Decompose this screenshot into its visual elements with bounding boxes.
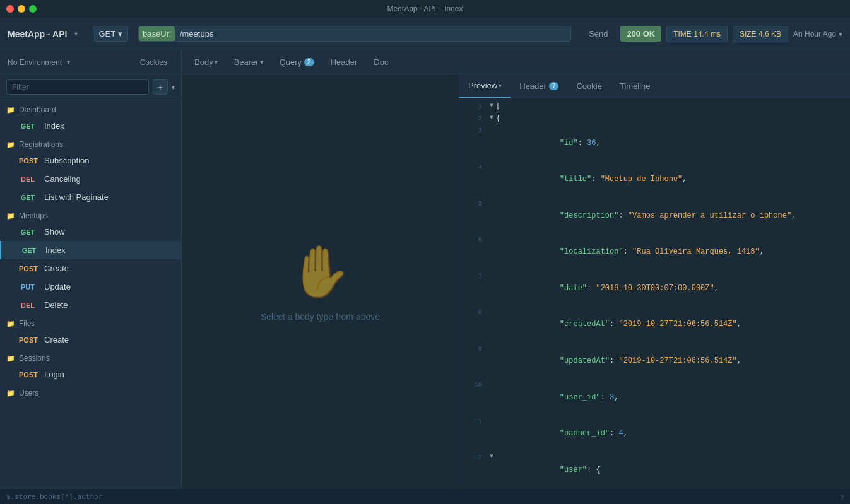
timestamp-arrow: ▾	[839, 30, 842, 38]
sidebar-item-sessions-login[interactable]: POST Login	[0, 365, 181, 384]
tab-doc[interactable]: Doc	[366, 50, 396, 74]
item-name: Index	[45, 245, 66, 255]
response-panel: Preview ▾ Header 7 Cookie Timeline 1 ▼ [	[459, 74, 850, 489]
folder-icon: 📁	[6, 320, 15, 328]
sidebar-item-meetups-delete[interactable]: DEL Delete	[0, 296, 181, 314]
tab-body[interactable]: Body ▾	[187, 50, 225, 74]
tab-bearer[interactable]: Bearer ▾	[227, 50, 271, 74]
response-tab-cookie[interactable]: Cookie	[567, 74, 610, 98]
size-value: 4.6 KB	[759, 30, 781, 38]
line-number: 8	[464, 307, 482, 319]
method-badge-put: PUT	[16, 283, 39, 291]
json-content: "user_id": 3,	[496, 379, 845, 416]
plus-icon: +	[158, 82, 163, 92]
line-number: 5	[464, 198, 482, 210]
add-dropdown-arrow[interactable]: ▾	[172, 84, 175, 91]
json-line: 7 ▼ "date": "2019-10-30T00:07:00.000Z",	[459, 271, 850, 307]
method-badge-post: POST	[16, 264, 39, 273]
item-name: Login	[44, 370, 64, 379]
send-button[interactable]: Send	[581, 25, 615, 42]
minimize-button[interactable]	[18, 5, 25, 13]
line-number: 2	[464, 113, 482, 125]
placeholder-text: Select a body type from above	[261, 312, 380, 322]
url-path[interactable]: /meetups	[175, 26, 570, 41]
sidebar-item-meetups-create[interactable]: POST Create	[0, 259, 181, 278]
size-label: SIZE	[740, 30, 757, 38]
sidebar-item-meetups-update[interactable]: PUT Update	[0, 278, 181, 296]
sidebar-group-dashboard[interactable]: 📁 Dashboard	[0, 100, 181, 117]
sidebar-group-users[interactable]: 📁 Users	[0, 384, 181, 400]
bottom-hint[interactable]: $.store.books[*].author	[6, 493, 102, 501]
tab-body-label: Body	[194, 57, 213, 67]
env-label[interactable]: No Environment	[8, 58, 62, 67]
traffic-lights	[6, 5, 37, 13]
response-tab-preview[interactable]: Preview ▾	[459, 74, 511, 98]
time-badge: TIME 14.4 ms	[666, 26, 728, 42]
json-content: "date": "2019-10-30T00:07:00.000Z",	[496, 271, 845, 307]
json-content: "localization": "Rua Oliveira Marques, 1…	[496, 234, 845, 271]
line-number: 3	[464, 125, 482, 137]
json-line: 10 ▼ "user_id": 3,	[459, 379, 850, 416]
hand-icon: ✋	[289, 242, 352, 302]
item-name: Delete	[44, 300, 68, 310]
window-title: MeetApp - API – Index	[387, 4, 463, 13]
sidebar-group-registrations[interactable]: 📁 Registrations	[0, 135, 181, 151]
sidebar-item-meetups-show[interactable]: GET Show	[0, 223, 181, 241]
method-label: GET	[98, 29, 115, 38]
preview-arrow: ▾	[499, 82, 502, 89]
method-select[interactable]: GET ▾	[93, 26, 128, 42]
tab-bearer-label: Bearer	[234, 57, 259, 67]
line-number: 10	[464, 379, 482, 391]
help-icon[interactable]: ?	[840, 493, 844, 501]
json-content: {	[496, 113, 845, 125]
tab-timeline-label: Timeline	[620, 81, 651, 91]
body-arrow: ▾	[215, 59, 218, 66]
tab-header[interactable]: Header	[323, 50, 365, 74]
sidebar-group-sessions[interactable]: 📁 Sessions	[0, 349, 181, 365]
item-name: Index	[44, 121, 64, 131]
header-badge: 7	[549, 82, 559, 90]
sidebar-item-dashboard-index[interactable]: GET Index	[0, 117, 181, 135]
env-arrow[interactable]: ▾	[67, 59, 70, 66]
sidebar-group-files[interactable]: 📁 Files	[0, 314, 181, 331]
item-name: Subscription	[44, 156, 90, 165]
sidebar-item-files-create[interactable]: POST Create	[0, 331, 181, 349]
method-badge-post: POST	[16, 156, 39, 165]
sidebar-group-meetups[interactable]: 📁 Meetups	[0, 206, 181, 223]
item-name: Canceling	[44, 174, 81, 184]
tab-query[interactable]: Query 2	[272, 50, 322, 74]
toggle-arrow[interactable]: ▼	[490, 113, 493, 123]
line-number: 6	[464, 234, 482, 246]
response-tab-header[interactable]: Header 7	[511, 74, 567, 98]
add-request-button[interactable]: +	[153, 79, 168, 95]
line-number: 11	[464, 416, 482, 428]
cookies-button[interactable]: Cookies	[134, 58, 174, 67]
method-badge-post: POST	[16, 336, 39, 344]
close-button[interactable]	[6, 5, 14, 13]
sidebar-item-canceling[interactable]: DEL Canceling	[0, 170, 181, 188]
toggle-arrow[interactable]: ▼	[490, 101, 493, 111]
filter-input[interactable]	[6, 79, 149, 95]
json-content: "description": "Vamos aprender a utiliza…	[496, 198, 845, 235]
sidebar-scroll: 📁 Dashboard GET Index 📁 Registrations PO…	[0, 100, 181, 489]
main-toolbar: MeetApp - API ▾ GET ▾ baseUrl /meetups S…	[0, 18, 850, 50]
json-line: 12 ▼ "user": {	[459, 452, 850, 488]
json-line: 5 ▼ "description": "Vamos aprender a uti…	[459, 198, 850, 235]
sidebar-item-list-paginate[interactable]: GET List with Paginate	[0, 188, 181, 206]
status-badge: 200 OK	[620, 26, 661, 42]
response-tab-timeline[interactable]: Timeline	[611, 74, 659, 98]
tab-doc-label: Doc	[374, 57, 388, 67]
item-name: Create	[44, 264, 69, 273]
main-content: + ▾ 📁 Dashboard GET Index 📁 Registration…	[0, 74, 850, 489]
json-line: 3 ▼ "id": 36,	[459, 125, 850, 161]
tab-cookie-label: Cookie	[576, 81, 601, 91]
json-content: "title": "Meetup de Iphone",	[496, 161, 845, 198]
sidebar-item-meetups-index[interactable]: GET Index	[0, 241, 181, 259]
app-dropdown-arrow[interactable]: ▾	[74, 30, 78, 37]
json-content: "banner_id": 4,	[496, 416, 845, 452]
group-dashboard-label: Dashboard	[19, 105, 56, 114]
toggle-arrow[interactable]: ▼	[490, 452, 493, 462]
maximize-button[interactable]	[29, 5, 37, 13]
base-url-badge[interactable]: baseUrl	[139, 26, 175, 41]
sidebar-item-subscription[interactable]: POST Subscription	[0, 151, 181, 170]
